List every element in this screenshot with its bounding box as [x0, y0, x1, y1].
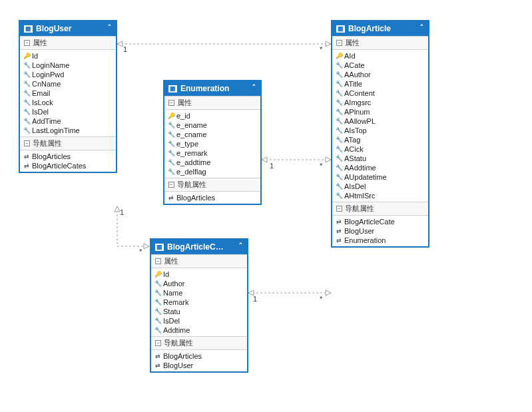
property-name: e_addtime [176, 158, 210, 166]
property[interactable]: 🔧e_type [164, 139, 260, 148]
nav-property[interactable]: ⇄BlogArticleCates [20, 161, 116, 170]
property[interactable]: 🔧AAuthor [332, 70, 428, 79]
section-header-nav[interactable]: − 导航属性 [151, 336, 247, 350]
property[interactable]: 🔧e_addtime [164, 158, 260, 167]
property[interactable]: 🔧ACate [332, 61, 428, 70]
section-header-nav[interactable]: − 导航属性 [332, 202, 428, 216]
svg-marker-1 [117, 41, 123, 47]
section-header-props[interactable]: − 属性 [332, 36, 428, 50]
entity-enumeration[interactable]: ▦ Enumeration ˆ − 属性 🔑e_id🔧e_ename🔧e_cna… [163, 80, 262, 205]
property[interactable]: 🔧AImgsrc [332, 98, 428, 107]
nav-property[interactable]: ⇄BlogArticles [151, 351, 247, 361]
property[interactable]: 🔧LoginPwd [20, 70, 116, 79]
property-name: AUpdatetime [344, 173, 387, 181]
wrench-icon: 🔧 [335, 62, 343, 69]
property[interactable]: 🔧AIsTop [332, 126, 428, 135]
property[interactable]: 🔧AAddtime [332, 163, 428, 172]
entity-header[interactable]: ▦ Enumeration ˆ [164, 81, 260, 96]
nav-icon: ⇄ [154, 353, 162, 359]
section-header-props[interactable]: − 属性 [151, 254, 247, 268]
property[interactable]: 🔑AId [332, 51, 428, 61]
property[interactable]: 🔧CnName [20, 79, 116, 89]
minus-icon: − [336, 206, 342, 212]
property-name: LoginName [32, 61, 69, 69]
property[interactable]: 🔧LoginName [20, 61, 116, 70]
minus-icon: − [24, 40, 30, 46]
table-icon: ▦ [155, 244, 164, 251]
nav-property[interactable]: ⇄Enumeration [332, 236, 428, 245]
property[interactable]: 🔧Statu [151, 307, 247, 316]
property[interactable]: 🔑Id [20, 51, 116, 61]
property[interactable]: 🔧IsLock [20, 98, 116, 107]
entity-bloguser[interactable]: ▦ BlogUser ˆ − 属性 🔑Id🔧LoginName🔧LoginPwd… [19, 20, 117, 173]
table-icon: ▦ [24, 25, 33, 33]
svg-marker-2 [326, 41, 331, 47]
property[interactable]: 🔧AUpdatetime [332, 172, 428, 182]
collapse-icon[interactable]: ˆ [107, 24, 112, 33]
property[interactable]: 🔑Id [151, 270, 247, 279]
property[interactable]: 🔧e_delflag [164, 167, 260, 176]
property[interactable]: 🔧ATag [332, 135, 428, 144]
nav-property[interactable]: ⇄BlogArticles [20, 152, 116, 161]
wrench-icon: 🔧 [335, 146, 343, 152]
property[interactable]: 🔧ACick [332, 144, 428, 154]
property[interactable]: 🔧AIsDel [332, 182, 428, 191]
section-header-nav[interactable]: − 导航属性 [20, 136, 116, 150]
property[interactable]: 🔧AStatu [332, 154, 428, 163]
wrench-icon: 🔧 [23, 99, 31, 106]
wrench-icon: 🔧 [335, 192, 343, 199]
property-name: e_id [176, 112, 190, 120]
section-header-props[interactable]: − 属性 [20, 36, 116, 50]
section-label: 属性 [164, 256, 178, 266]
entity-header[interactable]: ▦ BlogArticleC… ˆ [151, 240, 247, 254]
entity-blogarticlecate[interactable]: ▦ BlogArticleC… ˆ − 属性 🔑Id🔧Author🔧Name🔧R… [150, 238, 248, 373]
property[interactable]: 🔧e_cname [164, 130, 260, 139]
property-name: e_delflag [176, 168, 206, 176]
property[interactable]: 🔧ATitle [332, 79, 428, 89]
property-name: ATag [344, 136, 360, 144]
property-name: APlnum [344, 108, 370, 116]
collapse-icon[interactable]: ˆ [252, 84, 256, 93]
entity-header[interactable]: ▦ BlogUser ˆ [20, 21, 116, 36]
property[interactable]: 🔧Remark [151, 298, 247, 307]
property[interactable]: 🔧IsDel [20, 107, 116, 116]
property[interactable]: 🔧Email [20, 89, 116, 98]
property[interactable]: 🔧Addtime [151, 325, 247, 335]
property-name: AddTime [32, 117, 61, 125]
property-name: ATitle [344, 80, 362, 88]
nav-property[interactable]: ⇄BlogArticles [164, 193, 260, 202]
wrench-icon: 🔧 [167, 159, 175, 166]
wrench-icon: 🔧 [335, 90, 343, 97]
section-header-props[interactable]: − 属性 [164, 96, 260, 110]
property[interactable]: 🔧e_remark [164, 148, 260, 158]
property-name: AIsTop [344, 126, 367, 134]
property[interactable]: 🔧LastLoginTime [20, 126, 116, 135]
property[interactable]: 🔧AddTime [20, 116, 116, 126]
property[interactable]: 🔑e_id [164, 111, 260, 120]
wrench-icon: 🔧 [335, 155, 343, 162]
property-name: AImgsrc [344, 99, 371, 106]
property-name: ACate [344, 61, 365, 69]
property[interactable]: 🔧e_ename [164, 120, 260, 130]
section-header-nav[interactable]: − 导航属性 [164, 178, 260, 192]
collapse-icon[interactable]: ˆ [238, 242, 243, 252]
nav-property[interactable]: ⇄BlogUser [151, 361, 247, 370]
entity-blogarticle[interactable]: ▦ BlogArticle ˆ − 属性 🔑AId🔧ACate🔧AAuthor🔧… [331, 20, 429, 248]
nav-property[interactable]: ⇄BlogUser [332, 226, 428, 236]
property[interactable]: 🔧APlnum [332, 107, 428, 116]
key-icon: 🔑 [154, 271, 162, 278]
property[interactable]: 🔧IsDel [151, 316, 247, 325]
property-name: AId [344, 52, 356, 60]
collapse-icon[interactable]: ˆ [419, 24, 424, 33]
nav-list: ⇄BlogArticleCate⇄BlogUser⇄Enumeration [332, 216, 428, 246]
nav-property[interactable]: ⇄BlogArticleCate [332, 217, 428, 226]
property[interactable]: 🔧AHtmlSrc [332, 191, 428, 200]
property[interactable]: 🔧Name [151, 288, 247, 298]
entity-header[interactable]: ▦ BlogArticle ˆ [332, 21, 428, 36]
property-name: BlogArticles [163, 352, 202, 360]
property[interactable]: 🔧AAllowPL [332, 116, 428, 126]
property[interactable]: 🔧Author [151, 279, 247, 288]
cardinality-label: 1 [123, 45, 127, 53]
svg-marker-8 [115, 206, 120, 212]
property[interactable]: 🔧AContent [332, 89, 428, 98]
